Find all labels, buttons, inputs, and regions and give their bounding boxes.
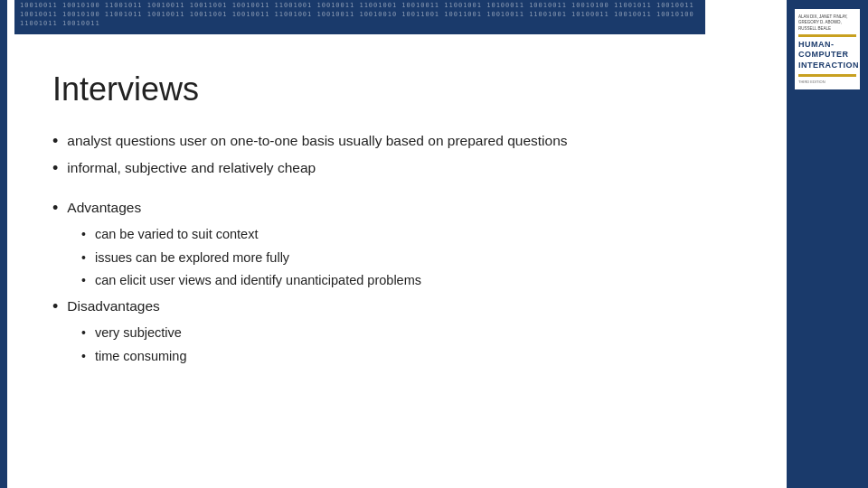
dis-bullet-1: • very subjective [81,323,750,343]
dis-bullet-2: • time consuming [81,346,750,366]
adv-bullet-2: • issues can be explored more fully [81,248,750,267]
main-content: 10010011 10010100 11001011 10010011 1001… [7,0,787,488]
book-edition: THIRD EDITION [798,80,856,84]
book-title-line2: INTERACTION [798,61,856,70]
adv-text-1: can be varied to suit context [95,224,750,244]
gap-1 [52,184,750,197]
advantages-header: • Advantages [52,197,750,219]
book-title-line1: HUMAN-COMPUTER [798,40,856,60]
slide: 10010011 10010100 11001011 10010011 1001… [0,0,868,488]
disadvantages-subbullets: • very subjective • time consuming [81,323,750,366]
adv-text-2: issues can be explored more fully [95,248,750,267]
right-sidebar: ALAN DIX, JANET FINLAY, GREGORY D. ABOWD… [787,0,868,488]
bullet-dot-adv: • [52,199,58,219]
adv-bullet-3: • can elicit user views and identify una… [81,270,750,290]
book-cover-bar [798,34,856,37]
sub-dot-2: • [81,249,86,267]
advantages-label: Advantages [67,197,750,219]
top-pattern-bar: 10010011 10010100 11001011 10010011 1001… [14,0,705,34]
binary-pattern: 10010011 10010100 11001011 10010011 1001… [14,0,705,34]
adv-bullet-1: • can be varied to suit context [81,224,750,244]
bullet-dot-1: • [52,132,58,152]
sub-dis-dot-1: • [81,324,86,343]
disadvantages-header: • Disadvantages [52,296,750,317]
bullet-dot-dis: • [52,297,58,317]
bullet-text-2: informal, subjective and relatively chea… [67,157,750,179]
book-cover-bar-2 [798,74,856,77]
content-area: • analyst questions user on one-to-one b… [52,130,750,366]
adv-text-3: can elicit user views and identify unant… [95,270,750,290]
sub-dot-3: • [81,272,86,290]
bullet-main-2: • informal, subjective and relatively ch… [52,157,750,179]
bullet-dot-2: • [52,159,58,179]
sub-dis-dot-2: • [81,348,86,366]
advantages-subbullets: • can be varied to suit context • issues… [81,224,750,290]
left-accent-bar [0,0,7,488]
bullet-main-1: • analyst questions user on one-to-one b… [52,130,750,152]
slide-title: Interviews [52,70,750,108]
dis-text-1: very subjective [95,323,750,343]
disadvantages-label: Disadvantages [67,296,750,317]
sub-dot-1: • [81,226,86,244]
book-cover: ALAN DIX, JANET FINLAY, GREGORY D. ABOWD… [795,9,860,89]
dis-text-2: time consuming [95,346,750,366]
bullet-text-1: analyst questions user on one-to-one bas… [67,130,750,152]
book-authors: ALAN DIX, JANET FINLAY, GREGORY D. ABOWD… [798,14,856,32]
